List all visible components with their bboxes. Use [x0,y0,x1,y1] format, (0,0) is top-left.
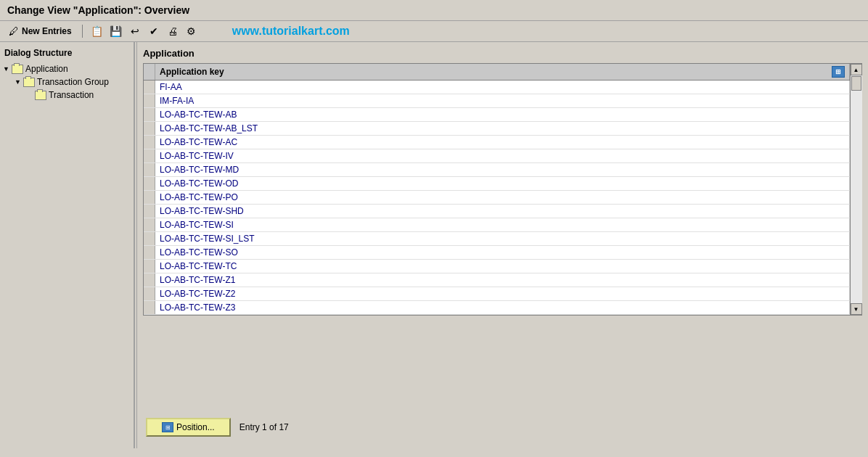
table-row[interactable]: LO-AB-TC-TEW-Z2 [144,287,850,301]
tree-label-transaction: Transaction [49,90,94,100]
table-row[interactable]: LO-AB-TC-TEW-IV [144,149,850,163]
table-header-row: Application key ⊞ [144,64,850,81]
tree-item-application[interactable]: ▼ Application [3,62,131,75]
table-cell-application-key: LO-AB-TC-TEW-Z3 [155,301,850,314]
table-row[interactable]: LO-AB-TC-TEW-OD [144,177,850,191]
row-selector [144,246,155,259]
table-cell-application-key: LO-AB-TC-TEW-AC [155,136,850,149]
table-row[interactable]: LO-AB-TC-TEW-SO [144,246,850,260]
right-panel: Application Application key ⊞ FI-AAIM-FA… [137,42,868,448]
tree-item-transaction-group[interactable]: ▼ Transaction Group [3,75,131,88]
table-row[interactable]: LO-AB-TC-TEW-SI_LST [144,232,850,246]
new-entries-label: New Entries [22,26,72,36]
table-cell-application-key: LO-AB-TC-TEW-Z2 [155,287,850,300]
main-content: Dialog Structure ▼ Application ▼ Transac… [0,42,868,448]
new-entries-icon: 🖊 [9,25,19,37]
scroll-up-button[interactable]: ▲ [851,64,862,75]
save-icon[interactable]: 💾 [109,24,123,38]
table-row[interactable]: LO-AB-TC-TEW-TC [144,260,850,273]
scroll-track [851,75,862,303]
table-row[interactable]: LO-AB-TC-TEW-SHD [144,205,850,218]
page-title: Change View "Application": Overview [7,4,189,16]
column-settings-icon[interactable]: ⊞ [832,66,845,78]
table-row[interactable]: LO-AB-TC-TEW-AB_LST [144,122,850,136]
column-header-application-key: Application key ⊞ [155,64,850,80]
table-cell-application-key: IM-FA-IA [155,94,850,107]
table-row[interactable]: LO-AB-TC-TEW-SI [144,218,850,232]
table-cell-application-key: FI-AA [155,81,850,94]
table-cell-application-key: LO-AB-TC-TEW-IV [155,149,850,162]
row-selector [144,108,155,121]
tree-label-application: Application [25,64,68,74]
row-selector [144,273,155,287]
table-cell-application-key: LO-AB-TC-TEW-SI_LST [155,232,850,245]
row-selector [144,81,155,94]
position-button[interactable]: ⊞ Position... [146,418,231,437]
folder-icon-transaction [35,91,46,100]
row-selector [144,122,155,135]
dialog-structure-title: Dialog Structure [3,48,131,58]
application-header: Application [143,48,862,59]
table-row[interactable]: LO-AB-TC-TEW-AC [144,136,850,149]
row-selector [144,301,155,314]
row-selector [144,94,155,107]
scroll-thumb[interactable] [851,76,861,91]
table-cell-application-key: LO-AB-TC-TEW-AB_LST [155,122,850,135]
row-selector [144,205,155,218]
table-cell-application-key: LO-AB-TC-TEW-SI [155,218,850,231]
toolbar: 🖊 New Entries 📋 💾 ↩ ✔ 🖨 ⚙ www.tutorialka… [0,21,868,42]
row-selector [144,191,155,204]
tree-arrow-transaction [26,91,35,99]
row-selector [144,232,155,245]
table-row[interactable]: IM-FA-IA [144,94,850,108]
title-bar: Change View "Application": Overview [0,0,868,21]
undo-icon[interactable]: ↩ [128,24,142,38]
table-row[interactable]: LO-AB-TC-TEW-PO [144,191,850,205]
table-row[interactable]: LO-AB-TC-TEW-Z3 [144,301,850,315]
row-selector [144,163,155,176]
settings-icon[interactable]: ⚙ [184,24,199,38]
table-cell-application-key: LO-AB-TC-TEW-PO [155,191,850,204]
toolbar-separator-1 [82,25,83,38]
table-body: FI-AAIM-FA-IALO-AB-TC-TEW-ABLO-AB-TC-TEW… [144,81,850,315]
table-row[interactable]: LO-AB-TC-TEW-AB [144,108,850,122]
tree-arrow-transaction-group: ▼ [15,78,23,86]
entry-status: Entry 1 of 17 [239,422,289,432]
row-selector [144,287,155,300]
row-selector [144,260,155,273]
watermark: www.tutorialkart.com [232,25,350,38]
check-icon[interactable]: ✔ [147,24,161,38]
vertical-scrollbar[interactable]: ▲ ▼ [850,64,861,315]
row-selector [144,177,155,190]
folder-icon-transaction-group [23,78,35,87]
tree-arrow-application: ▼ [3,65,12,73]
table-cell-application-key: LO-AB-TC-TEW-Z1 [155,273,850,287]
left-panel: Dialog Structure ▼ Application ▼ Transac… [0,42,134,448]
table-cell-application-key: LO-AB-TC-TEW-OD [155,177,850,190]
table-cell-application-key: LO-AB-TC-TEW-MD [155,163,850,176]
print-icon[interactable]: 🖨 [165,24,180,38]
scroll-down-button[interactable]: ▼ [851,303,862,315]
table-row[interactable]: FI-AA [144,81,850,94]
copy-icon[interactable]: 📋 [90,24,105,38]
row-selector [144,149,155,162]
table-cell-application-key: LO-AB-TC-TEW-TC [155,260,850,273]
table-cell-application-key: LO-AB-TC-TEW-SHD [155,205,850,218]
tree-item-transaction[interactable]: Transaction [3,88,131,102]
tree-label-transaction-group: Transaction Group [37,77,109,87]
row-selector [144,218,155,231]
bottom-bar: ⊞ Position... Entry 1 of 17 [143,412,862,442]
position-icon: ⊞ [162,422,173,432]
folder-icon-application [12,65,23,74]
table-row[interactable]: LO-AB-TC-TEW-MD [144,163,850,177]
table-row[interactable]: LO-AB-TC-TEW-Z1 [144,273,850,287]
table-cell-application-key: LO-AB-TC-TEW-AB [155,108,850,121]
new-entries-button[interactable]: 🖊 New Entries [6,24,75,38]
table-cell-application-key: LO-AB-TC-TEW-SO [155,246,850,259]
row-selector [144,136,155,149]
